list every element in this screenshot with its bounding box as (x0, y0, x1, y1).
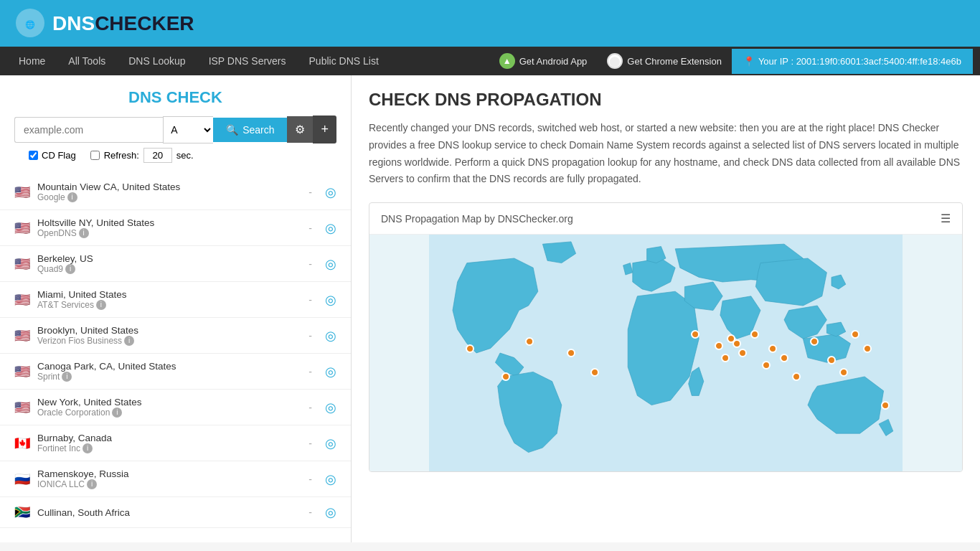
server-name: Miami, United States (37, 289, 296, 300)
server-flag: 🇷🇺 (14, 471, 30, 487)
domain-search-input[interactable] (14, 117, 163, 143)
options-row: CD Flag Refresh: sec. (14, 143, 336, 167)
add-button[interactable]: + (313, 116, 336, 143)
chrome-ext-btn[interactable]: ⬤ Get Chrome Extension (597, 47, 732, 75)
server-flag: 🇺🇸 (14, 256, 30, 272)
map-marker (466, 344, 474, 353)
server-provider: OpenDNS i (37, 228, 296, 238)
server-flag: 🇺🇸 (14, 220, 30, 236)
server-status-icon[interactable]: ◎ (325, 256, 336, 272)
server-name: Ramenskoye, Russia (37, 468, 296, 479)
server-name: Burnaby, Canada (37, 433, 296, 443)
server-name: Cullinan, South Africa (37, 507, 296, 518)
server-provider: Google i (37, 192, 296, 202)
server-flag: 🇺🇸 (14, 364, 30, 380)
server-dash: - (308, 294, 312, 306)
dns-check-title: DNS CHECK (0, 75, 351, 116)
server-flag: 🇨🇦 (14, 435, 30, 451)
server-status-icon[interactable]: ◎ (325, 292, 336, 308)
server-provider: Fortinet Inc i (37, 443, 296, 453)
server-dash: - (308, 507, 312, 518)
page-description: Recently changed your DNS records, switc… (369, 120, 963, 188)
server-dash: - (308, 366, 312, 377)
search-button[interactable]: 🔍 Search (213, 118, 287, 142)
nav-dns-lookup[interactable]: DNS Lookup (117, 47, 197, 75)
info-icon[interactable]: i (65, 264, 75, 274)
markers-container (369, 235, 962, 471)
nav-isp-dns[interactable]: ISP DNS Servers (197, 47, 298, 75)
server-status-icon[interactable]: ◎ (325, 364, 336, 380)
refresh-group: Refresh: sec. (90, 148, 194, 163)
map-marker (525, 337, 534, 346)
map-marker (881, 401, 890, 410)
server-list-item: 🇺🇸 Canoga Park, CA, United States Sprint… (0, 354, 351, 390)
sidebar: DNS CHECK A AAAA CNAME MX NS TXT SOA 🔍 S… (0, 75, 352, 542)
refresh-checkbox[interactable] (90, 151, 100, 160)
info-icon[interactable]: i (96, 300, 106, 310)
settings-button[interactable]: ⚙ (287, 116, 313, 143)
server-list-item: 🇺🇸 Berkeley, US Quad9 i - ◎ (0, 246, 351, 282)
map-container (369, 235, 962, 471)
server-status-icon[interactable]: ◎ (325, 328, 336, 344)
map-marker (851, 330, 859, 339)
map-marker (750, 330, 759, 339)
info-icon[interactable]: i (83, 443, 93, 453)
info-icon[interactable]: i (67, 192, 77, 202)
server-list-item: 🇨🇦 Burnaby, Canada Fortinet Inc i - ◎ (0, 425, 351, 461)
server-list-item: 🇺🇸 Mountain View CA, United States Googl… (0, 174, 351, 210)
server-status-icon[interactable]: ◎ (325, 504, 336, 520)
server-dash: - (308, 330, 312, 342)
server-list-item: 🇺🇸 New York, United States Oracle Corpor… (0, 390, 351, 425)
map-marker (715, 342, 723, 350)
android-app-btn[interactable]: ▲ Get Android App (489, 47, 598, 75)
server-list-item: 🇿🇦 Cullinan, South Africa - ◎ (0, 497, 351, 528)
info-icon[interactable]: i (79, 228, 89, 238)
server-provider: Oracle Corporation i (37, 408, 296, 418)
nav-public-dns[interactable]: Public DNS List (298, 47, 390, 75)
svg-text:🌐: 🌐 (25, 19, 35, 29)
record-type-select[interactable]: A AAAA CNAME MX NS TXT SOA (163, 116, 213, 143)
server-status-icon[interactable]: ◎ (325, 400, 336, 415)
server-status-icon[interactable]: ◎ (325, 184, 336, 200)
server-flag: 🇺🇸 (14, 184, 30, 200)
server-info: Mountain View CA, United States Google i (37, 182, 296, 202)
map-marker (721, 354, 730, 362)
server-provider: AT&T Services i (37, 300, 296, 310)
server-provider: IONICA LLC i (37, 479, 296, 489)
map-marker (567, 349, 575, 357)
cd-flag-checkbox[interactable] (29, 151, 38, 160)
location-pin-icon: 📍 (743, 56, 755, 67)
gear-icon: ⚙ (295, 123, 305, 136)
map-marker (780, 354, 788, 362)
android-app-label: Get Android App (519, 56, 588, 67)
map-menu-icon[interactable]: ☰ (941, 212, 951, 225)
server-list-item: 🇺🇸 Miami, United States AT&T Services i … (0, 282, 351, 318)
search-row: A AAAA CNAME MX NS TXT SOA 🔍 Search ⚙ + (14, 116, 336, 143)
server-name: New York, United States (37, 397, 296, 408)
map-marker (501, 372, 510, 381)
server-flag: 🇺🇸 (14, 328, 30, 344)
ip-badge: 📍 Your IP : 2001:19f0:6001:3acf:5400:4ff… (732, 49, 973, 74)
map-title: DNS Propagation Map by DNSChecker.org (381, 213, 573, 225)
server-dash: - (308, 187, 312, 198)
server-status-icon[interactable]: ◎ (325, 471, 336, 487)
server-dash: - (308, 438, 312, 449)
nav-all-tools[interactable]: All Tools (57, 47, 117, 75)
map-marker (768, 344, 777, 353)
info-icon[interactable]: i (87, 479, 97, 489)
main-nav: Home All Tools DNS Lookup ISP DNS Server… (0, 47, 980, 75)
nav-home[interactable]: Home (7, 47, 57, 75)
info-icon[interactable]: i (62, 372, 72, 382)
server-name: Canoga Park, CA, United States (37, 361, 296, 372)
info-icon[interactable]: i (124, 336, 134, 346)
refresh-interval-input[interactable] (143, 148, 172, 163)
search-icon: 🔍 (226, 124, 238, 136)
info-icon[interactable]: i (112, 408, 122, 418)
cd-flag-checkbox-label[interactable]: CD Flag (29, 150, 76, 161)
server-info: Cullinan, South Africa (37, 507, 296, 518)
server-name: Mountain View CA, United States (37, 182, 296, 192)
server-status-icon[interactable]: ◎ (325, 220, 336, 236)
server-status-icon[interactable]: ◎ (325, 435, 336, 451)
map-marker (827, 356, 836, 364)
server-list-item: 🇺🇸 Brooklyn, United States Verizon Fios … (0, 318, 351, 354)
